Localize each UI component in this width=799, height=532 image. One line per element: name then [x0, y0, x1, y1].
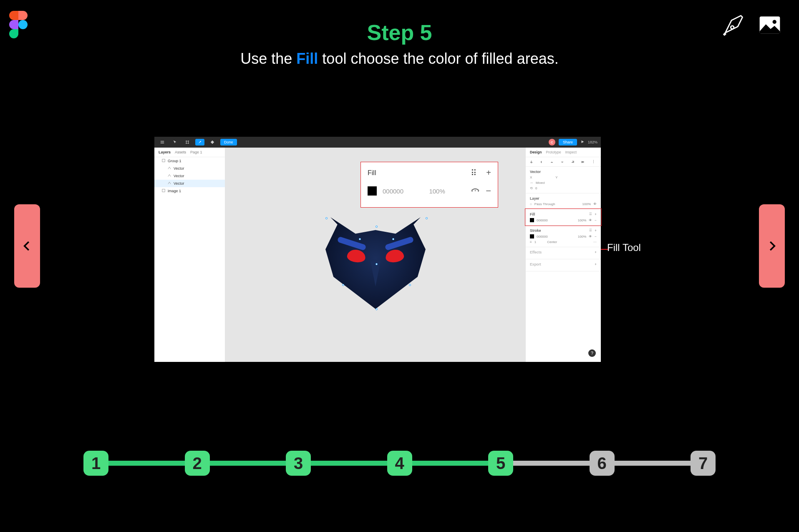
- design-panel: Design Prototype Inspect ⫝⫞⫠⫟⫡⫢⋮ Vector …: [526, 148, 601, 362]
- step-node-1[interactable]: 1: [83, 451, 108, 476]
- subtitle-post: tool choose the color of filled areas.: [318, 50, 558, 67]
- layer-type-icon: [168, 166, 171, 171]
- next-button[interactable]: [759, 204, 785, 288]
- stroke-section-title: Stroke: [530, 228, 541, 233]
- fill-callout-title: Fill: [368, 169, 376, 177]
- svg-rect-4: [162, 189, 165, 192]
- fill-callout-visibility-icon[interactable]: [471, 188, 480, 195]
- fill-callout-hex[interactable]: 000000: [383, 188, 403, 195]
- layers-panel: Layers Assets Page 1 Group 1VectorVector…: [154, 148, 225, 362]
- page-selector[interactable]: Page 1: [190, 150, 202, 154]
- fill-tool-label: Fill Tool: [607, 242, 641, 253]
- step-subtitle: Use the Fill tool choose the color of fi…: [0, 50, 799, 68]
- layers-tab[interactable]: Layers: [159, 150, 171, 154]
- fill-callout-remove-icon[interactable]: −: [486, 186, 491, 196]
- present-icon[interactable]: [580, 140, 585, 145]
- layer-label: Vector: [174, 166, 184, 171]
- effects-section[interactable]: Effects+: [526, 247, 601, 259]
- step-node-6[interactable]: 6: [590, 451, 615, 476]
- help-icon[interactable]: ?: [588, 349, 596, 357]
- vector-section: Vector XY ↔Mixed ⟲0: [526, 167, 601, 193]
- step-node-7[interactable]: 7: [691, 451, 716, 476]
- layer-item[interactable]: image 1: [154, 187, 225, 195]
- svg-rect-3: [162, 159, 165, 162]
- fill-callout-styles-icon[interactable]: ⠿: [471, 168, 477, 178]
- zoom-level[interactable]: 182%: [588, 140, 597, 144]
- done-button[interactable]: Done: [220, 139, 237, 146]
- figma-screenshot: Done C Share 182% Layers Assets Page 1 G…: [154, 137, 601, 362]
- fill-callout-opacity[interactable]: 100%: [429, 188, 445, 195]
- layer-item[interactable]: Vector: [154, 180, 225, 187]
- owl-vector-artwork: [317, 201, 434, 309]
- layer-label: Vector: [174, 181, 184, 186]
- stroke-styles-icon[interactable]: ⠿: [589, 228, 592, 233]
- align-controls[interactable]: ⫝⫞⫠⫟⫡⫢⋮: [526, 157, 601, 167]
- move-tool-icon[interactable]: [170, 139, 179, 146]
- step-node-3[interactable]: 3: [286, 451, 311, 476]
- stroke-more-icon[interactable]: ⋯: [593, 240, 597, 244]
- frame-tool-icon[interactable]: [183, 139, 192, 146]
- vector-section-title: Vector: [530, 170, 597, 174]
- assets-tab[interactable]: Assets: [175, 150, 186, 154]
- paint-bucket-icon[interactable]: [208, 139, 217, 146]
- subtitle-highlight: Fill: [296, 50, 318, 67]
- layer-section: Layer ○Pass Through100%👁: [526, 193, 601, 209]
- export-section[interactable]: Export+: [526, 259, 601, 271]
- layer-label: Group 1: [168, 159, 181, 163]
- figma-toolbar: Done C Share 182%: [154, 137, 601, 148]
- stroke-remove-icon[interactable]: −: [595, 235, 597, 238]
- user-avatar[interactable]: C: [549, 139, 555, 146]
- step-node-5[interactable]: 5: [488, 451, 513, 476]
- stroke-align[interactable]: Center: [547, 240, 557, 244]
- stroke-add-icon[interactable]: +: [595, 228, 597, 233]
- layer-label: image 1: [168, 189, 181, 193]
- stroke-visibility-icon[interactable]: 👁: [589, 235, 592, 238]
- blend-mode[interactable]: Pass Through: [534, 202, 555, 206]
- layer-type-icon: [168, 181, 171, 186]
- layer-type-icon: [162, 159, 165, 163]
- layer-item[interactable]: Group 1: [154, 157, 225, 165]
- stroke-opacity[interactable]: 100%: [578, 235, 586, 238]
- fill-callout-add-icon[interactable]: +: [486, 168, 491, 178]
- step-node-4[interactable]: 4: [387, 451, 412, 476]
- prototype-tab[interactable]: Prototype: [546, 150, 561, 154]
- fill-callout-swatch[interactable]: [368, 186, 377, 196]
- subtitle-pre: Use the: [240, 50, 296, 67]
- layer-item[interactable]: Vector: [154, 172, 225, 180]
- layer-label: Vector: [174, 174, 184, 178]
- design-tab[interactable]: Design: [530, 150, 542, 154]
- pen-tool-icon[interactable]: [195, 139, 204, 146]
- prev-button[interactable]: [14, 204, 40, 288]
- layer-type-icon: [162, 189, 165, 193]
- effects-add-icon[interactable]: +: [595, 250, 597, 254]
- fill-callout: Fill ⠿ + 000000 100% −: [360, 162, 498, 208]
- fill-section[interactable]: Fill ⠿+ 000000 100% 👁 −: [526, 209, 601, 226]
- export-add-icon[interactable]: +: [595, 262, 597, 266]
- stroke-swatch[interactable]: [530, 234, 534, 238]
- stroke-hex[interactable]: 000000: [537, 235, 548, 238]
- layer-type-icon: [168, 174, 171, 178]
- hamburger-icon[interactable]: [158, 139, 167, 146]
- inspect-tab[interactable]: Inspect: [565, 150, 577, 154]
- step-progress: 1234567: [96, 449, 703, 478]
- step-title: Step 5: [0, 20, 799, 45]
- stroke-section: Stroke ⠿+ 000000 100% 👁 − ≡1 Center ⋯: [526, 226, 601, 247]
- layer-section-title: Layer: [530, 196, 597, 201]
- layer-item[interactable]: Vector: [154, 165, 225, 172]
- step-node-2[interactable]: 2: [185, 451, 210, 476]
- share-button[interactable]: Share: [559, 139, 577, 146]
- stroke-weight[interactable]: 1: [534, 240, 536, 244]
